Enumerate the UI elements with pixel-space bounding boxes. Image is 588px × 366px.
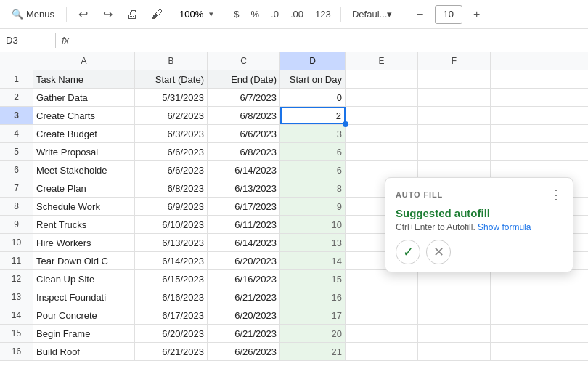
cell-d14[interactable]: 17 (280, 306, 346, 324)
show-formula-link[interactable]: Show formula (478, 222, 531, 232)
autofill-cancel-button[interactable]: ✕ (426, 240, 451, 264)
cell-d16[interactable]: 21 (280, 343, 346, 360)
cell-e2[interactable] (346, 89, 418, 106)
col-header-e[interactable]: E (346, 52, 418, 70)
cell-f6[interactable] (418, 161, 491, 179)
cell-c3[interactable]: 6/8/2023 (208, 107, 280, 124)
cell-b16[interactable]: 6/21/2023 (135, 343, 208, 360)
undo-button[interactable]: ↩ (73, 4, 93, 25)
cell-d6[interactable]: 6 (280, 161, 346, 179)
cell-e12[interactable] (346, 270, 418, 288)
cell-d11[interactable]: 14 (280, 252, 346, 269)
cell-a10[interactable]: Hire Workers (33, 234, 135, 251)
cell-e4[interactable] (346, 125, 418, 142)
cell-b4[interactable]: 6/3/2023 (135, 125, 208, 142)
cell-d5[interactable]: 6 (280, 143, 346, 160)
cell-f14[interactable] (418, 306, 491, 324)
zoom-dropdown-button[interactable]: ▾ (205, 4, 218, 25)
col-header-c[interactable]: C (208, 52, 280, 70)
cell-a1[interactable]: Task Name (33, 70, 135, 88)
cell-b14[interactable]: 6/17/2023 (135, 306, 208, 324)
cell-b3[interactable]: 6/2/2023 (135, 107, 208, 124)
cell-f16[interactable] (418, 343, 491, 360)
cell-c11[interactable]: 6/20/2023 (208, 252, 280, 269)
cell-b12[interactable]: 6/15/2023 (135, 270, 208, 288)
cell-e5[interactable] (346, 143, 418, 160)
cell-e3[interactable] (346, 107, 418, 124)
cell-a13[interactable]: Inspect Foundati (33, 288, 135, 306)
cell-f2[interactable] (418, 89, 491, 106)
cell-a4[interactable]: Create Budget (33, 125, 135, 142)
cell-c6[interactable]: 6/14/2023 (208, 161, 280, 179)
cell-b9[interactable]: 6/10/2023 (135, 216, 208, 233)
cell-d1[interactable]: Start on Day (280, 70, 346, 88)
cell-d12[interactable]: 15 (280, 270, 346, 288)
cell-reference-input[interactable] (6, 35, 49, 46)
cell-d7[interactable]: 8 (280, 179, 346, 197)
cell-b15[interactable]: 6/20/2023 (135, 325, 208, 342)
cell-d4[interactable]: 3 (280, 125, 346, 142)
cell-f1[interactable] (418, 70, 491, 88)
cell-c15[interactable]: 6/21/2023 (208, 325, 280, 342)
cell-d13[interactable]: 16 (280, 288, 346, 306)
cell-b11[interactable]: 6/14/2023 (135, 252, 208, 269)
cell-a9[interactable]: Rent Trucks (33, 216, 135, 233)
cell-f5[interactable] (418, 143, 491, 160)
font-size-increase-button[interactable]: + (467, 4, 487, 25)
cell-b6[interactable]: 6/6/2023 (135, 161, 208, 179)
cell-e1[interactable] (346, 70, 418, 88)
redo-button[interactable]: ↪ (97, 4, 118, 25)
cell-a7[interactable]: Create Plan (33, 179, 135, 197)
cell-c9[interactable]: 6/11/2023 (208, 216, 280, 233)
autofill-menu-icon[interactable]: ⋮ (550, 187, 563, 203)
cell-a12[interactable]: Clean Up Site (33, 270, 135, 288)
cell-a8[interactable]: Schedule Work (33, 198, 135, 215)
col-header-f[interactable]: F (418, 52, 491, 70)
col-header-d[interactable]: D (280, 52, 346, 70)
cell-a5[interactable]: Write Proposal (33, 143, 135, 160)
menus-button[interactable]: 🔍 Menus (6, 6, 60, 23)
cell-b7[interactable]: 6/8/2023 (135, 179, 208, 197)
cell-b5[interactable]: 6/6/2023 (135, 143, 208, 160)
cell-f15[interactable] (418, 325, 491, 342)
cell-b8[interactable]: 6/9/2023 (135, 198, 208, 215)
cell-a11[interactable]: Tear Down Old C (33, 252, 135, 269)
cell-b10[interactable]: 6/13/2023 (135, 234, 208, 251)
format-button[interactable]: 🖌 (147, 4, 167, 25)
col-header-a[interactable]: A (33, 52, 135, 70)
cell-a15[interactable]: Begin Frame (33, 325, 135, 342)
cell-c13[interactable]: 6/21/2023 (208, 288, 280, 306)
cell-f4[interactable] (418, 125, 491, 142)
cell-a3[interactable]: Create Charts (33, 107, 135, 124)
cell-d2[interactable]: 0 (280, 89, 346, 106)
cell-a6[interactable]: Meet Stakeholde (33, 161, 135, 179)
font-name-button[interactable]: Defaul... ▾ (347, 5, 398, 24)
cell-c8[interactable]: 6/17/2023 (208, 198, 280, 215)
percent-button[interactable]: % (248, 5, 264, 24)
number-format-button[interactable]: 123 (311, 5, 335, 24)
decimal-dec-button[interactable]: .0 (267, 5, 282, 24)
font-size-decrease-button[interactable]: − (410, 4, 430, 25)
cell-f12[interactable] (418, 270, 491, 288)
cell-e6[interactable] (346, 161, 418, 179)
cell-b2[interactable]: 5/31/2023 (135, 89, 208, 106)
cell-f3[interactable] (418, 107, 491, 124)
cell-d9[interactable]: 10 (280, 216, 346, 233)
print-button[interactable]: 🖨 (122, 4, 142, 25)
cell-e14[interactable] (346, 306, 418, 324)
cell-c10[interactable]: 6/14/2023 (208, 234, 280, 251)
formula-input[interactable] (75, 35, 582, 46)
cell-d15[interactable]: 20 (280, 325, 346, 342)
cell-c1[interactable]: End (Date) (208, 70, 280, 88)
cell-b1[interactable]: Start (Date) (135, 70, 208, 88)
cell-c16[interactable]: 6/26/2023 (208, 343, 280, 360)
autofill-handle[interactable] (343, 121, 348, 127)
cell-d8[interactable]: 9 (280, 198, 346, 215)
cell-e16[interactable] (346, 343, 418, 360)
autofill-confirm-button[interactable]: ✓ (396, 240, 420, 264)
cell-a14[interactable]: Pour Concrete (33, 306, 135, 324)
cell-c14[interactable]: 6/20/2023 (208, 306, 280, 324)
cell-c7[interactable]: 6/13/2023 (208, 179, 280, 197)
cell-c12[interactable]: 6/16/2023 (208, 270, 280, 288)
cell-c2[interactable]: 6/7/2023 (208, 89, 280, 106)
